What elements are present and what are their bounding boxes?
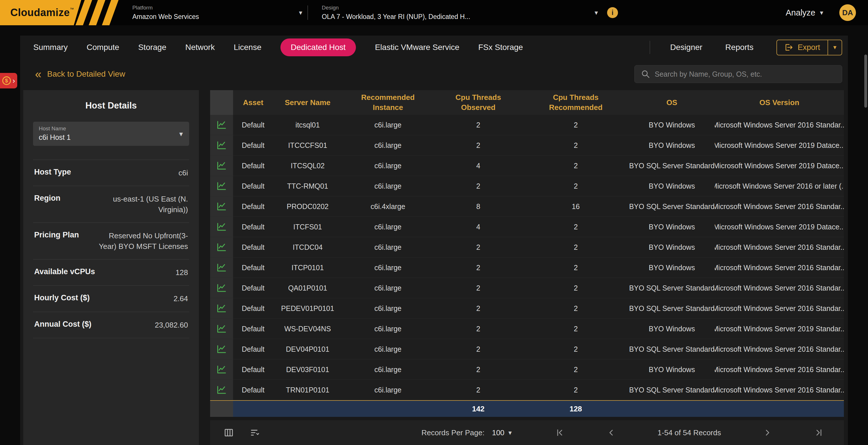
last-page-button[interactable] [814,428,824,438]
table-row[interactable]: DefaultDEV04P0101c6i.large22BYO SQL Serv… [210,339,844,359]
cell-asset: Default [233,176,273,196]
designer-link[interactable]: Designer [670,43,702,52]
table-row[interactable]: DefaultWS-DEV04NSc6i.large22BYO WindowsM… [210,319,844,339]
host-name-select[interactable]: Host Name c6i Host 1 ▾ [33,122,189,146]
back-link[interactable]: « Back to Detailed View [35,68,125,80]
tab-license[interactable]: License [234,43,261,52]
table-row[interactable]: DefaultITCCCFS01c6i.large22BYO WindowsMi… [210,135,844,156]
chart-icon[interactable] [210,319,233,339]
chart-icon[interactable] [210,278,233,298]
table-row[interactable]: DefaultITCFS01c6i.large42BYO WindowsMicr… [210,217,844,237]
export-button[interactable]: Export [776,40,828,55]
column-header-server-name[interactable]: Server Name [273,90,342,115]
host-name-label: Host Name [39,125,183,132]
tab-elastic-vmware-service[interactable]: Elastic VMware Service [375,43,459,52]
prev-page-button[interactable] [606,428,616,438]
chevron-down-icon: ▾ [820,9,823,16]
search-box[interactable] [634,65,842,83]
cell-server: ITCFS01 [273,217,342,237]
field-label: Hourly Cost ($) [34,293,90,302]
header-divider [307,5,308,20]
cell-asset: Default [233,258,273,278]
totals-icon-cell [210,401,233,417]
column-header-os-version[interactable]: OS Version [715,90,844,115]
column-header-recommended-instance[interactable]: Recommended Instance [342,90,434,115]
table-row[interactable]: DefaultPEDEV01P0101c6i.large22BYO SQL Se… [210,298,844,319]
table-row[interactable]: DefaultITCSQL02c6i.large42BYO SQL Server… [210,156,844,176]
tab-summary[interactable]: Summary [33,43,68,52]
nav-right: Designer Reports Export ▾ [650,40,842,55]
table-row[interactable]: Defaultitcsql01c6i.large22BYO WindowsMic… [210,115,844,135]
table-row[interactable]: DefaultDEV03F0101c6i.large22BYO WindowsM… [210,359,844,380]
chart-icon[interactable] [210,237,233,257]
cell-instance: c6i.large [342,156,434,176]
cell-server: ITCP0101 [273,258,342,278]
cell-os_version: Microsoft Windows Server 2016 Standar... [715,237,844,257]
search-input[interactable] [655,70,836,78]
table-row[interactable]: DefaultTTC-RMQ01c6i.large22BYO WindowsMi… [210,176,844,197]
host-fields: Host Typec6iRegionus-east-1 (US East (N.… [33,159,189,338]
cell-instance: c6i.large [342,135,434,155]
cell-asset: Default [233,217,273,237]
table-row[interactable]: DefaultTRN01P0101c6i.large22BYO SQL Serv… [210,380,844,400]
chart-icon[interactable] [210,339,233,359]
cloudamize-logo[interactable]: Cloudamize™ [0,0,114,25]
logo-text: Cloudamize [10,7,70,19]
host-field-row: Pricing PlanReserved No Upfront(3-Year) … [33,223,189,260]
export-icon [784,43,793,52]
info-icon[interactable]: i [607,7,618,18]
chart-icon[interactable] [210,115,233,135]
first-page-button[interactable] [555,428,565,438]
cell-recommended: 2 [523,237,629,257]
chart-icon[interactable] [210,176,233,196]
records-per-page-select[interactable]: 100 ▾ [492,428,512,437]
scrollbar[interactable] [864,55,867,108]
table-row[interactable]: DefaultQA01P0101c6i.large22BYO SQL Serve… [210,278,844,298]
cell-recommended: 2 [523,115,629,135]
chart-icon[interactable] [210,298,233,318]
cell-recommended: 2 [523,258,629,278]
cell-server: ITCSQL02 [273,156,342,176]
export-dropdown-button[interactable]: ▾ [828,40,842,55]
field-value: 2.64 [174,293,188,304]
next-page-button[interactable] [763,428,772,438]
host-table: AssetServer NameRecommended InstanceCpu … [210,90,844,445]
design-select[interactable]: Design OLA 7 - Workload, 3 Year RI (NUP)… [322,5,603,21]
user-avatar[interactable]: DA [839,4,856,21]
cell-os: BYO Windows [629,237,715,257]
table-row[interactable]: DefaultITCDC04c6i.large22BYO WindowsMicr… [210,237,844,258]
chart-icon[interactable] [210,217,233,237]
savings-flyout-toggle[interactable]: $ › [0,73,17,88]
chart-icon[interactable] [210,258,233,278]
cell-os: BYO Windows [629,217,715,237]
cell-os_version: Microsoft Windows Server 2016 or later (… [715,176,844,196]
column-header-cpu-threads-observed[interactable]: Cpu Threads Observed [434,90,523,115]
table-row[interactable]: DefaultITCP0101c6i.large22BYO WindowsMic… [210,258,844,278]
analyze-menu[interactable]: Analyze ▾ [786,8,823,18]
column-header-asset[interactable]: Asset [233,90,273,115]
cell-asset: Default [233,237,273,257]
cell-os_version: Microsoft Windows Server 2016 Standar... [715,278,844,298]
tab-storage[interactable]: Storage [138,43,166,52]
table-row[interactable]: DefaultPRODC0202c6i.4xlarge816BYO SQL Se… [210,197,844,217]
chart-icon[interactable] [210,197,233,216]
column-header-cpu-threads-recommended[interactable]: Cpu Threads Recommended [523,90,629,115]
tab-network[interactable]: Network [185,43,215,52]
tab-dedicated-host[interactable]: Dedicated Host [280,38,356,56]
tab-compute[interactable]: Compute [87,43,119,52]
chart-icon[interactable] [210,359,233,380]
cell-instance: c6i.large [342,278,434,298]
tab-fsx-storage[interactable]: FSx Storage [478,43,523,52]
cell-os_version: Microsoft Windows Server 2019 Datace... [715,217,844,237]
cell-observed: 2 [434,380,523,400]
platform-select[interactable]: Platform Amazon Web Services ▾ [132,5,307,21]
cell-observed: 2 [434,278,523,298]
reports-link[interactable]: Reports [725,43,753,52]
chart-icon[interactable] [210,135,233,155]
filter-list-icon[interactable] [250,428,259,438]
chart-icon[interactable] [210,156,233,176]
cell-os_version: Microsoft Windows Server 2016 Standar... [715,115,844,135]
column-chooser-icon[interactable] [224,428,234,438]
chart-icon[interactable] [210,380,233,400]
column-header-os[interactable]: OS [629,90,715,115]
